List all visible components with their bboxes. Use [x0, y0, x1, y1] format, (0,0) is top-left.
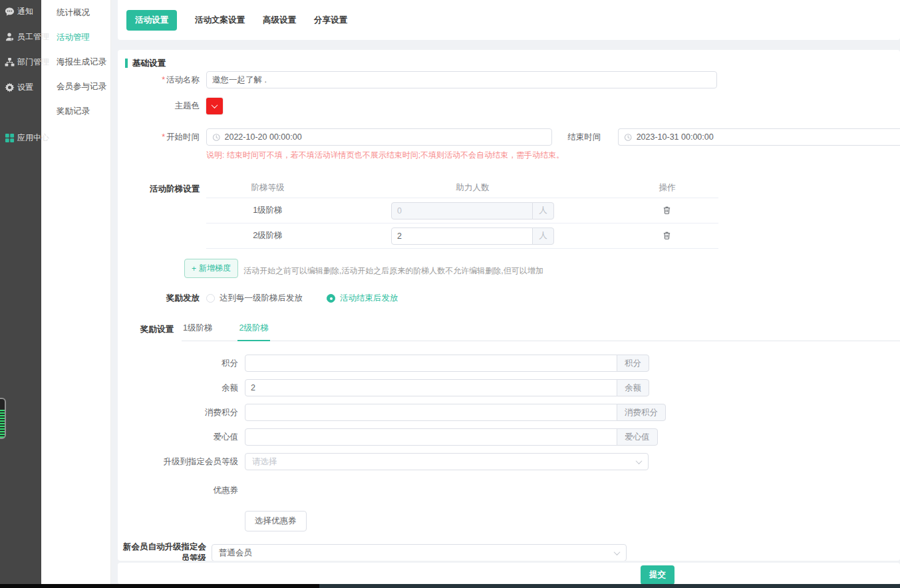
tab-activity-settings[interactable]: 活动设置	[126, 10, 177, 31]
ladder-settings-row: 活动阶梯设置 阶梯等级 助力人数 操作 1级阶梯	[118, 178, 900, 249]
new-member-level-label: 新会员自动升级指定会员等级	[118, 541, 209, 561]
submenu-item-activity-management[interactable]: 活动管理	[41, 30, 110, 45]
balance-label: 余额	[118, 382, 245, 394]
clock-icon	[624, 133, 632, 142]
section-header: 基础设置	[125, 58, 900, 69]
add-ladder-note: 活动开始之前可以编辑删除,活动开始之后原来的阶梯人数不允许编辑删除,但可以增加	[243, 265, 543, 278]
coupon-button-row: 选择优惠券	[118, 511, 900, 531]
points-label: 积分	[118, 358, 245, 369]
new-member-level-row: 新会员自动升级指定会员等级 普通会员	[118, 541, 900, 561]
consume-points-input[interactable]	[251, 408, 611, 417]
tab-ladder-1[interactable]: 1级阶梯	[182, 319, 214, 341]
clock-icon	[212, 133, 221, 142]
consume-points-input-wrap	[245, 404, 617, 421]
ladder-table-row: 1级阶梯 人	[206, 198, 718, 223]
ladder-table: 阶梯等级 助力人数 操作 1级阶梯 人	[206, 178, 718, 249]
activity-name-input[interactable]	[212, 75, 711, 84]
helpers-input-group: 人	[391, 227, 554, 245]
balance-suffix: 余额	[617, 379, 649, 396]
submenu-item-reward-records[interactable]: 奖励记录	[41, 104, 110, 118]
upgrade-level-row: 升级到指定会员等级 请选择	[118, 453, 900, 470]
ladder-level: 2级阶梯	[206, 230, 329, 241]
submenu-item-stats-overview[interactable]: 统计概况	[41, 5, 110, 20]
radio-icon	[206, 294, 215, 303]
sidebar-item-departments[interactable]: 部门管理	[0, 55, 41, 69]
points-suffix: 积分	[617, 355, 649, 372]
delete-ladder-button[interactable]	[661, 229, 673, 241]
plus-icon: +	[192, 264, 196, 273]
chevron-down-icon	[614, 549, 621, 555]
submit-button[interactable]: 提交	[641, 565, 675, 585]
gear-icon	[5, 82, 15, 92]
activity-name-label: *活动名称	[118, 74, 206, 86]
points-row: 积分 积分	[118, 355, 900, 372]
select-coupon-button[interactable]: 选择优惠券	[245, 511, 307, 531]
love-value-input-wrap	[245, 428, 617, 446]
balance-input-wrap	[245, 379, 617, 396]
sidebar-item-notifications[interactable]: 通知	[0, 4, 41, 19]
theme-color-label: 主题色	[118, 100, 206, 112]
submenu-item-member-participation[interactable]: 会员参与记录	[41, 79, 110, 94]
form-footer: 提交	[118, 563, 900, 584]
trash-icon	[663, 231, 671, 240]
unit-suffix: 人	[532, 202, 554, 220]
required-mark: *	[162, 132, 165, 142]
section-title: 基础设置	[132, 58, 166, 69]
sidebar-item-settings[interactable]: 设置	[0, 80, 41, 94]
end-time-input[interactable]	[637, 132, 895, 142]
love-value-input[interactable]	[251, 432, 611, 442]
love-value-row: 爱心值 爱心值	[118, 428, 900, 446]
start-time-input[interactable]	[225, 132, 547, 142]
end-time-note: 说明: 结束时间可不填，若不填活动详情页也不展示结束时间;不填则活动不会自动结束…	[118, 150, 900, 161]
upgrade-level-label: 升级到指定会员等级	[118, 456, 245, 468]
notification-icon	[5, 7, 15, 17]
balance-input[interactable]	[251, 383, 611, 392]
submenu-item-poster-records[interactable]: 海报生成记录	[41, 55, 110, 69]
consume-points-label: 消费积分	[118, 407, 245, 418]
unit-suffix: 人	[532, 227, 554, 245]
tab-advanced-settings[interactable]: 高级设置	[263, 15, 296, 26]
trash-icon	[663, 206, 671, 215]
reward-settings-label: 奖励设置	[118, 324, 182, 341]
new-member-level-select[interactable]: 普通会员	[212, 544, 627, 561]
sidebar-item-label: 部门管理	[17, 57, 49, 68]
app-sidebar: 通知 员工管理 部门管理 设置 应用中心	[0, 0, 41, 588]
end-time-label: 结束时间	[552, 132, 618, 143]
ladder-col-actions: 操作	[616, 182, 718, 194]
start-time-label: *开始时间	[118, 132, 206, 143]
sidebar-item-label: 通知	[17, 6, 33, 17]
delete-ladder-button[interactable]	[661, 204, 673, 216]
love-value-suffix: 爱心值	[617, 428, 658, 446]
helpers-input-wrap	[391, 202, 533, 220]
basic-settings-card: 基础设置 *活动名称 主题色 *开始时间	[118, 50, 900, 561]
radio-release-per-ladder[interactable]: 达到每一级阶梯后发放	[206, 293, 303, 304]
theme-color-picker[interactable]	[206, 98, 223, 114]
time-row: *开始时间 结束时间	[118, 128, 900, 146]
reward-release-label: 奖励发放	[118, 293, 206, 304]
coupon-row: 优惠券	[118, 485, 900, 496]
helpers-count-input[interactable]	[397, 231, 527, 241]
sidebar-item-app-center[interactable]: 应用中心	[0, 130, 41, 145]
tab-share-settings[interactable]: 分享设置	[314, 15, 347, 26]
start-time-input-wrap	[206, 128, 552, 146]
ladder-level: 1级阶梯	[206, 205, 329, 216]
tab-activity-copy-settings[interactable]: 活动文案设置	[195, 15, 245, 26]
sidebar-item-label: 应用中心	[17, 132, 49, 144]
bottom-taskbar-strip	[0, 584, 900, 588]
points-input[interactable]	[251, 359, 611, 368]
add-ladder-button[interactable]: + 新增梯度	[184, 259, 238, 278]
love-value-label: 爱心值	[118, 432, 245, 443]
settings-tab-bar: 活动设置 活动文案设置 高级设置 分享设置	[118, 0, 900, 40]
tab-ladder-2[interactable]: 2级阶梯	[237, 319, 269, 341]
helpers-input-group: 人	[391, 202, 554, 220]
helpers-count-input	[397, 206, 527, 216]
radio-release-after-end[interactable]: 活动结束后发放	[327, 293, 398, 304]
ladder-settings-label: 活动阶梯设置	[118, 178, 206, 195]
sidebar-item-employees[interactable]: 员工管理	[0, 29, 41, 44]
section-accent-bar	[125, 59, 128, 68]
upgrade-level-select[interactable]: 请选择	[245, 453, 649, 470]
chevron-down-icon	[212, 102, 218, 108]
employee-icon	[5, 32, 15, 42]
reward-ladder-tabs: 1级阶梯 2级阶梯	[182, 319, 900, 341]
helpers-input-wrap	[391, 227, 533, 245]
